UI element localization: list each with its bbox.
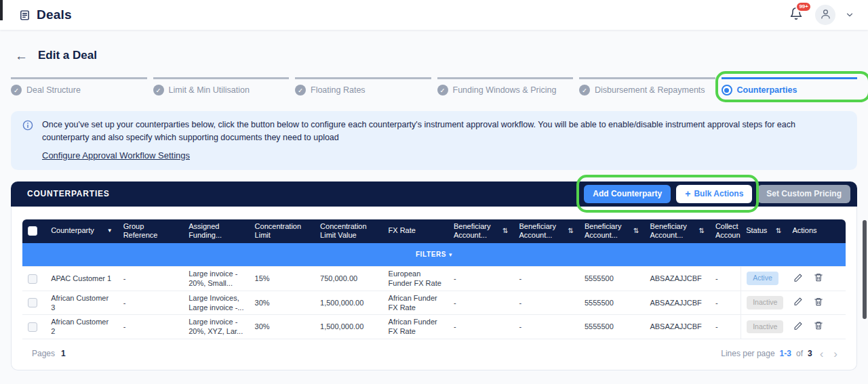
edit-button[interactable]	[792, 272, 804, 286]
cell-group-reference: -	[118, 267, 183, 291]
row-checkbox[interactable]	[28, 322, 37, 332]
table-row: African Customer 3 - Large Invoices, Lar…	[22, 291, 846, 316]
window-edge	[0, 0, 3, 20]
table-row: African Customer 2 - Large invoice - 20%…	[22, 315, 846, 339]
cell-status: Inactive	[741, 315, 787, 339]
deals-icon	[19, 9, 31, 21]
cell-actions	[787, 291, 846, 316]
trash-icon	[814, 320, 823, 333]
status-badge: Active	[747, 272, 778, 285]
lines-per-page-label: Lines per page	[721, 349, 774, 358]
trash-icon	[814, 272, 823, 284]
sort-desc-icon[interactable]: ▼	[107, 228, 113, 234]
col-beneficiary-account-1[interactable]: Beneficiary Account...⇅	[448, 219, 513, 244]
check-circle-icon: ✓	[295, 85, 306, 95]
step-limit-min-utilisation[interactable]: ✓ Limit & Min Utilisation	[153, 77, 290, 95]
info-icon	[22, 120, 33, 131]
cell-assigned-funding: Large invoice - 20%, XYZ, Lar...	[183, 315, 249, 339]
cell-checkbox	[22, 267, 45, 291]
filters-row[interactable]: FILTERS▾	[22, 243, 846, 267]
set-custom-pricing-button[interactable]: Set Custom Pricing	[757, 185, 850, 203]
cell-concentration-limit: 30%	[250, 291, 315, 316]
filters-label: FILTERS	[416, 251, 446, 258]
vertical-scrollbar[interactable]	[863, 220, 867, 319]
counterparties-panel-bar: COUNTERPARTIES Add Counterparty + Bulk A…	[11, 182, 857, 207]
step-floating-rates[interactable]: ✓ Floating Rates	[295, 77, 431, 95]
step-counterparties[interactable]: Counterparties	[722, 77, 858, 95]
pencil-icon	[793, 297, 803, 308]
chevron-left-icon[interactable]: ‹	[817, 348, 827, 360]
configure-approval-workflow-link[interactable]: Configure Approval Workflow Settings	[42, 150, 190, 161]
sort-icon[interactable]: ⇅	[502, 227, 508, 236]
row-checkbox[interactable]	[28, 274, 37, 284]
check-circle-icon: ✓	[11, 85, 22, 95]
person-icon	[820, 8, 831, 22]
select-all-checkbox[interactable]	[28, 226, 37, 236]
col-concentration-limit-value: Concentration Limit Value	[315, 219, 382, 244]
check-circle-icon: ✓	[579, 85, 590, 95]
counterparties-table: Counterparty▼ Group Reference Assigned F…	[22, 219, 846, 339]
check-circle-icon: ✓	[437, 85, 448, 95]
bulk-actions-button[interactable]: + Bulk Actions	[676, 185, 752, 203]
page-head: ← Edit a Deal	[15, 47, 857, 64]
page-title: Edit a Deal	[38, 49, 97, 62]
col-status[interactable]: Status⇅	[741, 219, 787, 244]
sort-icon[interactable]: ⇅	[776, 227, 781, 236]
col-collect-account: Collect Accoun	[710, 219, 741, 244]
lines-range-select[interactable]: 1-3	[780, 349, 791, 358]
chevron-down-icon: ▾	[449, 251, 452, 258]
step-disbursement-repayments[interactable]: ✓ Disbursement & Repayments	[579, 77, 715, 95]
cell-checkbox	[22, 315, 45, 339]
notification-badge: 99+	[795, 1, 812, 12]
chevron-down-icon[interactable]	[845, 10, 854, 20]
col-counterparty[interactable]: Counterparty▼	[45, 219, 118, 244]
topbar: Deals 99+	[0, 0, 868, 30]
pages-label: Pages	[32, 349, 55, 358]
sort-icon[interactable]: ⇅	[633, 227, 639, 236]
chevron-right-icon[interactable]: ›	[831, 348, 840, 360]
main-content: ← Edit a Deal ✓ Deal Structure ✓ Limit &…	[0, 30, 868, 370]
back-button[interactable]: ←	[15, 49, 28, 62]
col-actions: Actions	[787, 219, 846, 244]
cell-concentration-limit-value: 750,000.00	[315, 267, 382, 291]
cell-counterparty: APAC Customer 1	[45, 267, 118, 291]
cell-fx-rate: African Funder FX Rate	[383, 291, 448, 316]
col-beneficiary-account-4[interactable]: Beneficiary Account...⇅	[644, 219, 709, 244]
table-header-row: Counterparty▼ Group Reference Assigned F…	[22, 219, 846, 244]
delete-button[interactable]	[812, 295, 825, 310]
notifications-button[interactable]: 99+	[787, 5, 806, 25]
cell-assigned-funding: Large Invoices, Large invoice -...	[183, 291, 249, 316]
status-badge: Inactive	[747, 296, 783, 310]
col-beneficiary-account-2[interactable]: Beneficiary Account...⇅	[514, 219, 579, 244]
app-title: Deals	[37, 7, 72, 22]
cell-fx-rate: European Funder FX Rate	[383, 267, 448, 291]
cell-beneficiary-account-1: -	[448, 291, 513, 316]
cell-group-reference: -	[118, 315, 183, 339]
counterparties-card: Counterparty▼ Group Reference Assigned F…	[11, 207, 857, 370]
total-lines: 3	[808, 349, 812, 358]
cell-concentration-limit: 15%	[250, 267, 315, 291]
add-counterparty-button[interactable]: Add Counterparty	[584, 185, 671, 203]
delete-button[interactable]	[812, 319, 825, 334]
edit-button[interactable]	[792, 320, 804, 334]
cell-beneficiary-account-3: 5555500	[579, 267, 644, 291]
check-circle-icon: ✓	[153, 85, 164, 95]
avatar[interactable]	[815, 5, 835, 25]
table-row: APAC Customer 1 - Large invoice - 20%, S…	[22, 267, 846, 291]
row-checkbox[interactable]	[28, 298, 37, 307]
sort-icon[interactable]: ⇅	[568, 227, 574, 236]
cell-collect-account: -	[710, 267, 741, 291]
cell-beneficiary-account-2: -	[514, 267, 579, 291]
cell-collect-account: -	[710, 291, 741, 316]
col-beneficiary-account-3[interactable]: Beneficiary Account...⇅	[579, 219, 644, 244]
cell-beneficiary-account-2: -	[514, 315, 579, 339]
cell-beneficiary-account-4: ABSAZAJJCBF	[644, 315, 709, 339]
of-label: of	[796, 349, 803, 358]
edit-button[interactable]	[792, 295, 804, 310]
step-deal-structure[interactable]: ✓ Deal Structure	[11, 77, 147, 95]
step-funding-windows-pricing[interactable]: ✓ Funding Windows & Pricing	[437, 77, 574, 95]
delete-button[interactable]	[812, 271, 825, 286]
cell-concentration-limit-value: 1,500,000.00	[315, 315, 382, 339]
bell-icon	[789, 11, 803, 22]
sort-icon[interactable]: ⇅	[699, 227, 705, 236]
